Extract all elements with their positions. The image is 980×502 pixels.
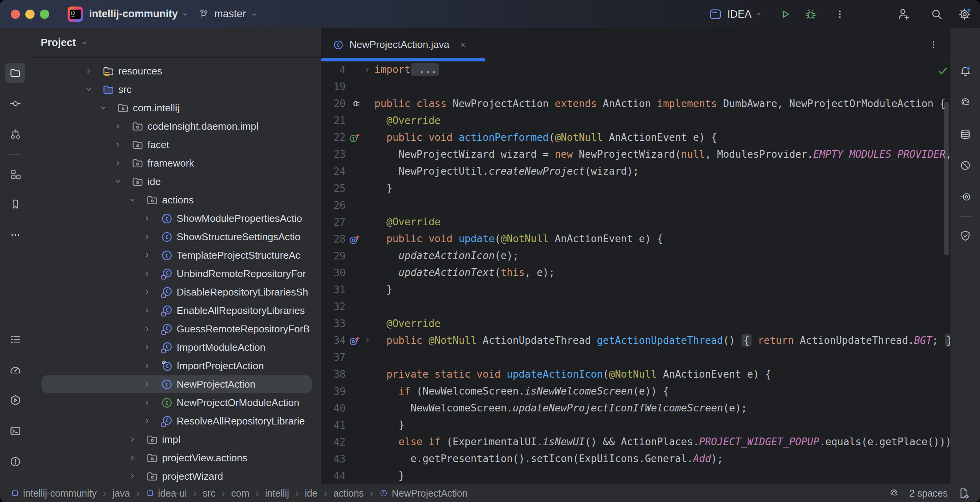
pull-requests-tool-button[interactable] bbox=[5, 124, 25, 144]
project-panel-header[interactable]: Project bbox=[31, 28, 321, 58]
tree-item-importprojectaction[interactable]: CImportProjectAction bbox=[31, 357, 321, 375]
editor-tab[interactable]: C NewProjectAction.java bbox=[321, 28, 485, 61]
breadcrumb-item[interactable]: CNewProjectAction bbox=[379, 488, 467, 499]
chevron-right-icon[interactable] bbox=[127, 435, 137, 444]
breadcrumb-item[interactable]: java bbox=[113, 488, 130, 499]
tree-item-newprojectormoduleaction[interactable]: INewProjectOrModuleAction bbox=[31, 393, 321, 412]
tree-item-ide[interactable]: ide bbox=[31, 172, 321, 191]
close-window-button[interactable] bbox=[11, 10, 20, 19]
inspections-ok-icon[interactable] bbox=[937, 65, 949, 77]
chevron-right-icon[interactable] bbox=[142, 214, 152, 223]
tree-item-showmodulepropertiesactio[interactable]: CShowModulePropertiesActio bbox=[31, 209, 321, 228]
chevron-down-icon[interactable] bbox=[84, 85, 94, 94]
code-with-me-button[interactable] bbox=[897, 7, 911, 21]
chevron-right-icon[interactable] bbox=[142, 233, 152, 241]
profiler-tool-button[interactable] bbox=[5, 360, 25, 380]
chevron-right-icon[interactable] bbox=[142, 417, 152, 425]
endpoints-tool-button[interactable] bbox=[955, 187, 975, 207]
breadcrumb-item[interactable]: com bbox=[231, 488, 249, 499]
chevron-right-icon[interactable] bbox=[142, 398, 152, 407]
tree-item-disablerepositorylibrariessh[interactable]: CDisableRepositoryLibrariesSh bbox=[31, 283, 321, 301]
editor-scrollbar[interactable] bbox=[944, 102, 949, 255]
notifications-button[interactable] bbox=[955, 62, 975, 82]
tree-item-projectview-actions[interactable]: projectView.actions bbox=[31, 449, 321, 467]
breadcrumb-item[interactable]: ide bbox=[305, 488, 318, 499]
services-tool-button[interactable] bbox=[5, 390, 25, 410]
minimize-window-button[interactable] bbox=[25, 10, 35, 19]
settings-button[interactable] bbox=[958, 7, 972, 21]
slashed-circle-tool-button[interactable] bbox=[955, 155, 975, 175]
debug-button[interactable] bbox=[804, 8, 817, 21]
overridden-marker-icon[interactable] bbox=[347, 97, 363, 110]
chevron-right-icon[interactable] bbox=[142, 380, 152, 388]
tree-item-enableallrepositorylibraries[interactable]: CEnableAllRepositoryLibraries bbox=[31, 301, 321, 320]
commit-tool-button[interactable] bbox=[5, 94, 25, 114]
run-config-icon[interactable] bbox=[709, 7, 722, 21]
chevron-right-icon[interactable] bbox=[142, 306, 152, 315]
tree-item-projectwizard[interactable]: projectWizard bbox=[31, 467, 321, 484]
more-actions-button[interactable] bbox=[834, 8, 846, 20]
vcs-branch-widget[interactable]: master bbox=[198, 0, 258, 28]
tree-item-actions[interactable]: actions bbox=[31, 191, 321, 209]
chevron-right-icon[interactable] bbox=[142, 269, 152, 278]
zoom-window-button[interactable] bbox=[40, 10, 49, 19]
chevron-right-icon[interactable] bbox=[142, 288, 152, 296]
chevron-right-icon[interactable] bbox=[113, 122, 123, 130]
fold-chevron-icon[interactable] bbox=[363, 66, 372, 74]
file-settings-icon[interactable] bbox=[958, 487, 970, 499]
project-tool-button[interactable] bbox=[5, 63, 25, 83]
chevron-right-icon[interactable] bbox=[127, 472, 137, 481]
run-config-label[interactable]: IDEA bbox=[727, 8, 752, 20]
breadcrumb-item[interactable]: src bbox=[203, 488, 215, 499]
tree-item-newprojectaction[interactable]: CNewProjectAction bbox=[31, 375, 321, 393]
breadcrumb-item[interactable]: intellij bbox=[265, 488, 289, 499]
search-everywhere-button[interactable] bbox=[930, 8, 943, 21]
chevron-down-icon[interactable] bbox=[113, 177, 123, 186]
ai-assistant-status-icon[interactable] bbox=[889, 488, 899, 499]
shield-check-tool-button[interactable] bbox=[955, 226, 975, 246]
bookmarks-tool-button[interactable] bbox=[5, 194, 25, 214]
project-name-widget[interactable]: intellij-community bbox=[89, 0, 189, 28]
tree-item-guessremoterepositoryforb[interactable]: CGuessRemoteRepositoryForB bbox=[31, 320, 321, 338]
close-tab-icon[interactable] bbox=[459, 41, 467, 49]
chevron-down-icon[interactable] bbox=[98, 104, 108, 112]
chevron-right-icon[interactable] bbox=[142, 251, 152, 259]
chevron-right-icon[interactable] bbox=[113, 159, 123, 167]
tree-item-framework[interactable]: framework bbox=[31, 154, 321, 172]
todo-tool-button[interactable] bbox=[5, 329, 25, 349]
chevron-right-icon[interactable] bbox=[127, 454, 137, 462]
implements-method-icon[interactable]: I bbox=[347, 131, 363, 144]
breadcrumb-item[interactable]: idea-ui bbox=[146, 488, 187, 499]
fold-chevron-icon[interactable] bbox=[363, 337, 372, 344]
tree-item-templateprojectstructureac[interactable]: CTemplateProjectStructureAc bbox=[31, 246, 321, 264]
tree-item-impl[interactable]: impl bbox=[31, 430, 321, 449]
more-tool-windows-button[interactable] bbox=[5, 225, 25, 245]
chevron-right-icon[interactable] bbox=[84, 67, 94, 75]
chevron-right-icon[interactable] bbox=[142, 325, 152, 333]
ai-assistant-button[interactable] bbox=[955, 92, 975, 112]
chevron-right-icon[interactable] bbox=[113, 140, 123, 149]
tree-item-unbindremoterepositoryfor[interactable]: CUnbindRemoteRepositoryFor bbox=[31, 264, 321, 283]
overrides-method-icon[interactable] bbox=[347, 334, 363, 347]
tree-item-codeinsight-daemon-impl[interactable]: codeInsight.daemon.impl bbox=[31, 117, 321, 135]
tree-item-com-intellij[interactable]: com.intellij bbox=[31, 99, 321, 117]
breadcrumb-item[interactable]: intellij-community bbox=[11, 488, 97, 499]
run-button[interactable] bbox=[779, 8, 792, 21]
database-button[interactable] bbox=[955, 124, 975, 144]
code-viewport[interactable]: 4import ...1920public class NewProjectAc… bbox=[321, 61, 950, 484]
problems-tool-button[interactable] bbox=[5, 452, 25, 472]
chevron-right-icon[interactable] bbox=[142, 343, 152, 352]
indent-style-widget[interactable]: 2 spaces bbox=[909, 488, 948, 499]
tree-item-src[interactable]: src bbox=[31, 80, 321, 99]
tree-item-showstructuresettingsactio[interactable]: CShowStructureSettingsActio bbox=[31, 228, 321, 246]
breadcrumb-item[interactable]: actions bbox=[333, 488, 364, 499]
overrides-method-icon[interactable] bbox=[347, 233, 363, 245]
tree-item-importmoduleaction[interactable]: CImportModuleAction bbox=[31, 338, 321, 357]
tree-item-resolveallrepositorylibrarie[interactable]: CResolveAllRepositoryLibrarie bbox=[31, 412, 321, 430]
tree-item-resources[interactable]: resources bbox=[31, 62, 321, 80]
tree-item-facet[interactable]: facet bbox=[31, 135, 321, 154]
editor-options-button[interactable] bbox=[928, 39, 939, 50]
chevron-right-icon[interactable] bbox=[142, 362, 152, 370]
chevron-down-icon[interactable] bbox=[127, 196, 137, 204]
terminal-tool-button[interactable] bbox=[5, 421, 25, 441]
